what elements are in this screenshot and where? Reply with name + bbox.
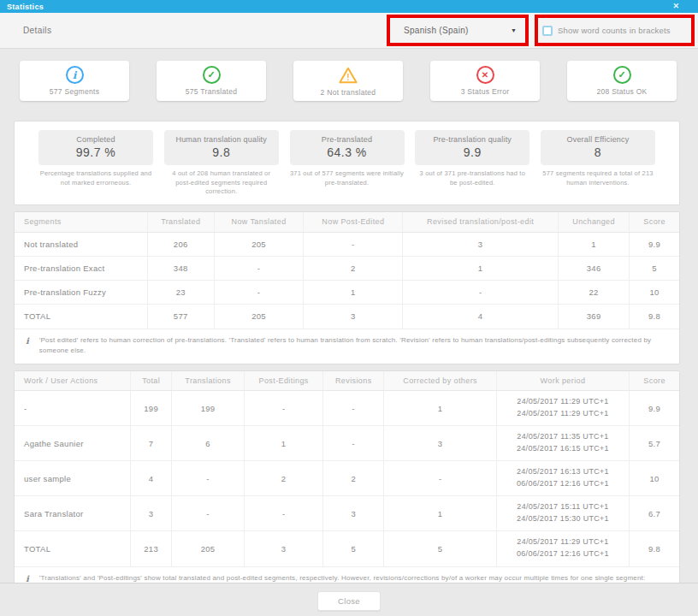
cell: 3 (323, 496, 384, 531)
cell: - (384, 461, 496, 496)
cell: 2 (245, 461, 323, 496)
cell: Agathe Saunier (15, 426, 131, 461)
language-dropdown[interactable]: Spanish (Spain) ▼ (390, 26, 525, 35)
annotation-box-checkbox: Show word counts in brackets (535, 15, 695, 46)
stat-card-not-translated: ! 2 Not translated (293, 61, 403, 101)
metric-value: 9.8 (166, 145, 277, 159)
cell: 1 (559, 233, 630, 257)
cell: TOTAL (15, 531, 131, 566)
cell: Pre-translation Exact (15, 257, 147, 281)
metric-value: 99.7 % (40, 145, 151, 159)
metric-pretranslation-quality: Pre-translation quality 9.9 3 out of 371… (415, 130, 529, 197)
footer: Close (0, 583, 698, 616)
cell: 3 (245, 531, 323, 566)
work-period-end: 24/05/2017 11:29 UTC+1 (497, 408, 629, 420)
metric-value: 9.9 (417, 145, 528, 159)
column-header: Revised translation/post-edit (403, 212, 559, 233)
cell: - (323, 391, 384, 426)
cell: - (245, 391, 323, 426)
cell: 577 (147, 305, 214, 329)
cell: 206 (147, 233, 214, 257)
cell: - (323, 426, 384, 461)
column-header: Segments (15, 212, 147, 233)
cell: - (171, 461, 244, 496)
metric-title: Completed (40, 135, 151, 144)
language-dropdown-value: Spanish (Spain) (404, 26, 469, 35)
cell: 3 (403, 233, 559, 257)
work-period-start: 24/05/2017 11:35 UTC+1 (497, 431, 629, 443)
cell: 199 (171, 391, 244, 426)
cell: 346 (559, 257, 630, 281)
cell: 2 (304, 257, 403, 281)
metric-card: Pre-translated 64.3 % (290, 130, 405, 165)
stat-card-translated: ✓ 575 Translated (157, 61, 266, 101)
metric-title: Overall Efficiency (542, 135, 654, 144)
column-header: Score (630, 371, 679, 391)
stat-label: 208 Status OK (596, 87, 647, 96)
cell: 9.8 (630, 531, 679, 566)
cell: 199 (131, 391, 171, 426)
cell: 5 (630, 257, 679, 281)
column-header: Unchanged (559, 212, 630, 233)
note-info-icon: i (26, 336, 29, 356)
cell: 205 (171, 531, 244, 566)
segments-table-panel: Segments Translated Now Tanslated Now Po… (14, 211, 680, 364)
column-header: Work period (496, 371, 629, 391)
segments-table-header-row: Segments Translated Now Tanslated Now Po… (15, 212, 679, 233)
cell: 348 (147, 257, 214, 281)
cell: Sara Translator (15, 496, 131, 531)
cell: - (304, 233, 403, 257)
cell: 7 (131, 426, 171, 461)
metric-description: 371 out of 577 segments were initially p… (290, 169, 405, 187)
close-button[interactable]: Close (317, 591, 381, 611)
cell: 4 (403, 305, 559, 329)
cell: 3 (131, 496, 171, 531)
user-actions-header-row: Work / User Actions Total Translations P… (15, 371, 679, 391)
titlebar: Statistics ✕ (0, 0, 698, 13)
note-text: 'Post edited' refers to human correction… (39, 335, 664, 356)
cell: 1 (384, 391, 496, 426)
metric-human-quality: Human translation quality 9.8 4 out of 2… (164, 130, 279, 197)
work-period-start: 24/05/2017 11:29 UTC+1 (497, 396, 629, 408)
stat-label: 2 Not translated (321, 88, 376, 97)
statistics-dialog: Statistics ✕ Details Spanish (Spain) ▼ S… (0, 0, 698, 616)
work-period-end: 06/06/2017 12:16 UTC+1 (497, 478, 629, 490)
table-row-total: TOTAL 577 205 3 4 369 9.8 (15, 305, 679, 329)
table-row-total: TOTAL 213 205 3 5 5 24/05/2017 11:29 UTC… (15, 531, 679, 566)
metrics-panel: Completed 99.7 % Percentage translations… (14, 121, 680, 205)
cell: 3 (384, 426, 496, 461)
segments-table: Segments Translated Now Tanslated Now Po… (15, 212, 679, 329)
cell: 9.8 (630, 305, 679, 329)
cell: 5.7 (630, 426, 679, 461)
work-period-end: 24/05/2017 15:30 UTC+1 (497, 513, 629, 525)
table-row: Agathe Saunier 7 6 1 - 3 24/05/2017 11:3… (15, 426, 679, 461)
work-period-cell: 24/05/2017 11:29 UTC+1 24/05/2017 11:29 … (496, 391, 629, 426)
stat-label: 575 Translated (186, 87, 237, 96)
stat-card-segments: i 577 Segments (20, 61, 129, 101)
cell: 10 (630, 461, 679, 496)
column-header: Total (131, 371, 171, 391)
info-icon: i (66, 66, 84, 84)
metric-pre-translated: Pre-translated 64.3 % 371 out of 577 seg… (290, 130, 405, 197)
close-icon[interactable]: ✕ (672, 3, 679, 10)
metric-title: Pre-translated (292, 135, 403, 144)
metric-title: Human translation quality (166, 135, 277, 144)
column-header: Translations (171, 371, 244, 391)
word-counts-checkbox[interactable] (542, 26, 553, 36)
details-toolbar: Details Spanish (Spain) ▼ Show word coun… (0, 13, 698, 49)
cell: 6.7 (630, 496, 679, 531)
cell: - (214, 257, 304, 281)
cell: - (245, 496, 323, 531)
cell: 213 (131, 531, 171, 566)
table-row: Not translated 206 205 - 3 1 9.9 (15, 233, 679, 257)
table-row: Pre-translation Fuzzy 23 - 1 - 22 10 (15, 281, 679, 305)
metric-card: Human translation quality 9.8 (164, 130, 279, 165)
metric-value: 64.3 % (292, 145, 403, 159)
stat-card-status-ok: ✓ 208 Status OK (567, 61, 677, 101)
cell: 9.9 (630, 391, 679, 426)
cell: - (214, 281, 304, 305)
column-header: Revisions (323, 371, 384, 391)
metric-value: 8 (542, 145, 654, 159)
cell: 1 (245, 426, 323, 461)
user-actions-table-panel: Work / User Actions Total Translations P… (14, 370, 680, 602)
